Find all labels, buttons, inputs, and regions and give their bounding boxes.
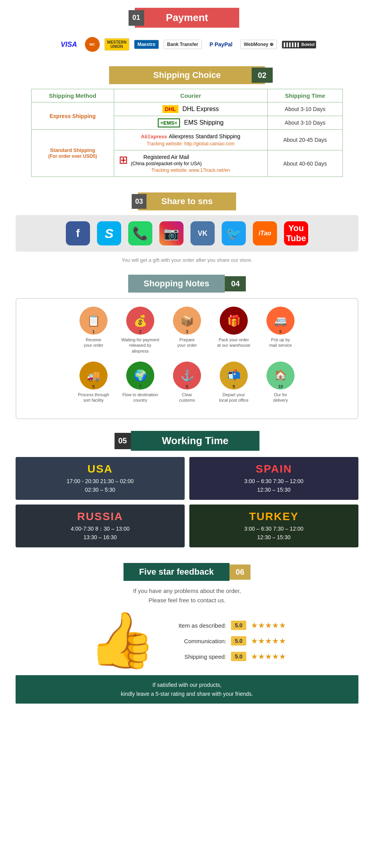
rating-score-shipping: 5.0 [231, 652, 246, 661]
vk-icon[interactable]: VK [191, 221, 215, 245]
share-num: 03 [132, 194, 146, 209]
rating-score-communication: 5.0 [231, 636, 246, 646]
maestro-icon: Maestro [134, 40, 159, 49]
dhl-time: About 3-10 Days [267, 102, 342, 116]
registered-tracking: Tracking website: www.17track.net/en [152, 168, 230, 173]
rating-row-shipping: Shipping speed: 5.0 ★★★★★ [164, 652, 286, 661]
thumbs-up-image: 👍 [88, 613, 156, 667]
note-item-1: 📋 1 Receiveyour order [74, 307, 113, 354]
note-circle-4: 🎁 4 [220, 307, 248, 335]
shipping-col-time: Shipping Time [267, 89, 342, 102]
note-item-10: 🏠 10 Our fordelivery [261, 362, 300, 403]
whatsapp-icon[interactable]: 📞 [128, 221, 152, 245]
shopping-notes-section: Shopping Notes 04 📋 1 Receiveyour order … [0, 271, 374, 423]
note-circle-8: ⚓ 8 [173, 362, 201, 390]
working-title: Working Time [162, 435, 229, 446]
note-circle-5: 🚐 5 [266, 307, 295, 335]
note-label-7: Flow to destinationcountry [122, 392, 158, 403]
payment-section: 01 Payment VISA MC WESTERNUNION Maestro … [0, 0, 374, 62]
visa-icon: VISA [58, 39, 80, 50]
registered-label: Registered Air Mail(China post/epacket-o… [131, 154, 202, 166]
registered-courier: ⊞ Registered Air Mail(China post/epacket… [114, 150, 267, 177]
instagram-icon[interactable]: 📷 [159, 221, 183, 245]
aliexpress-courier: AliΞxpress Aliexpress Standard Shipping … [114, 130, 267, 150]
working-card-usa: USA 17:00 - 20:30 21:30 – 02:0002:30 – 5… [16, 457, 185, 500]
ems-logo: ≡EMS≡ [158, 118, 180, 127]
skype-icon[interactable]: S [97, 221, 121, 245]
ali-time: About 20-45 Days [267, 130, 342, 150]
country-russia: RUSSIA [71, 510, 129, 523]
western-union-icon: WESTERNUNION [104, 38, 129, 51]
table-row: Express Shipping DHL DHL Express About 3… [32, 102, 343, 116]
youtube-icon[interactable]: YouTube [284, 221, 308, 245]
shipping-col-courier: Courier [114, 89, 267, 102]
note-item-7: 🌍 7 Flow to destinationcountry [121, 362, 160, 403]
country-usa: USA [67, 463, 134, 475]
sns-icons-row: f S 📞 📷 VK 🐦 iTao YouTube [16, 215, 358, 252]
shipping-title: Shipping Choice [153, 70, 221, 80]
rating-row-communication: Communication: 5.0 ★★★★★ [164, 636, 286, 646]
ems-time: About 3-10 Days [267, 116, 342, 130]
ems-label: EMS Shipping [184, 119, 224, 126]
twitter-icon[interactable]: 🐦 [222, 221, 246, 245]
shipping-table: Shipping Method Courier Shipping Time Ex… [31, 89, 343, 177]
note-circle-6: 🚚 6 [79, 362, 108, 390]
payment-icons-row: VISA MC WESTERNUNION Maestro Bank Transf… [0, 32, 374, 56]
ali-tracking: Tracking website: http://global.cainiao.… [147, 141, 235, 146]
note-item-8: ⚓ 8 Clearcustoms [168, 362, 206, 403]
dhl-label: DHL Express [182, 106, 219, 112]
webmoney-icon: WebMoney ⊕ [240, 40, 277, 49]
working-card-spain: SPAIN 3:00 – 6:30 7:30 – 12:0012:30 – 15… [189, 457, 358, 500]
feedback-section: Five star feedback 06 If you have any pr… [0, 555, 374, 711]
note-label-9: Depart yourlocal post office [219, 392, 249, 403]
rating-label-communication: Communication: [164, 638, 226, 644]
working-card-turkey: TURKEY 3:00 – 6:30 7:30 – 12:0012:30 – 1… [189, 505, 358, 547]
working-num: 05 [115, 433, 131, 449]
itao-icon[interactable]: iTao [253, 221, 277, 245]
note-label-5: Pck up bymail service [269, 337, 292, 348]
rating-stars-described: ★★★★★ [251, 621, 286, 630]
rating-label-shipping: Shipping speed: [164, 653, 226, 660]
note-item-6: 🚚 6 Process throughsort facility [74, 362, 113, 403]
bank-transfer-icon: Bank Transfer [164, 40, 202, 49]
note-label-8: Clearcustoms [179, 392, 195, 403]
notes-row-2: 🚚 6 Process throughsort facility 🌍 7 Flo… [24, 362, 350, 403]
express-method: Express Shipping [32, 102, 114, 130]
facebook-icon[interactable]: f [66, 221, 90, 245]
share-section: 03 Share to sns f S 📞 📷 VK 🐦 iTao YouTub… [0, 185, 374, 271]
working-grid: USA 17:00 - 20:30 21:30 – 02:0002:30 – 5… [16, 457, 358, 547]
russia-times: 4:00-7:30 8：30 – 13:0013:30 – 16:30 [71, 524, 129, 542]
feedback-num: 06 [229, 565, 251, 580]
note-label-10: Our fordelivery [273, 392, 288, 403]
paypal-icon: P PayPal [206, 40, 236, 49]
note-label-3: Prepareyour order [177, 337, 197, 348]
standard-method: Standard Shipping(For order over USD5) [32, 130, 114, 177]
shipping-num: 02 [252, 68, 273, 83]
shipping-section: Shipping Choice 02 Shipping Method Couri… [0, 62, 374, 185]
feedback-content: 👍 Item as described: 5.0 ★★★★★ Communica… [16, 613, 358, 667]
rating-stars-communication: ★★★★★ [251, 636, 286, 646]
feedback-title: Five star feedback [139, 567, 214, 577]
note-label-1: Receiveyour order [84, 337, 103, 348]
registered-time: About 40-60 Days [267, 150, 342, 177]
working-card-russia: RUSSIA 4:00-7:30 8：30 – 13:0013:30 – 16:… [16, 505, 185, 547]
rating-stars-shipping: ★★★★★ [251, 652, 286, 661]
country-spain: SPAIN [244, 463, 303, 475]
note-circle-9: 📬 9 [220, 362, 248, 390]
spain-times: 3:00 – 6:30 7:30 – 12:0012:30 – 15:30 [244, 477, 303, 494]
working-time-section: 05 Working Time USA 17:00 - 20:30 21:30 … [0, 423, 374, 555]
ali-label: Aliexpress Standard Shipping [169, 133, 240, 139]
notes-row-1: 📋 1 Receiveyour order 💰 2 Waiting for pa… [24, 307, 350, 354]
table-row: Standard Shipping(For order over USD5) A… [32, 130, 343, 150]
note-item-9: 📬 9 Depart yourlocal post office [214, 362, 253, 403]
payment-num-badge: 01 [129, 10, 144, 26]
note-label-6: Process throughsort facility [78, 392, 109, 403]
notes-title: Shopping Notes [144, 279, 210, 288]
dhl-courier: DHL DHL Express [114, 102, 267, 116]
feedback-subtitle: If you have any problems about the order… [16, 586, 358, 605]
ali-logo: AliΞxpress [141, 134, 167, 139]
note-circle-10: 🏠 10 [266, 362, 295, 390]
boletol-icon: ▌▌▌▌▌▌ Boletol [282, 41, 316, 49]
rating-score-described: 5.0 [231, 621, 246, 630]
usa-times: 17:00 - 20:30 21:30 – 02:0002:30 – 5:30 [67, 477, 134, 494]
